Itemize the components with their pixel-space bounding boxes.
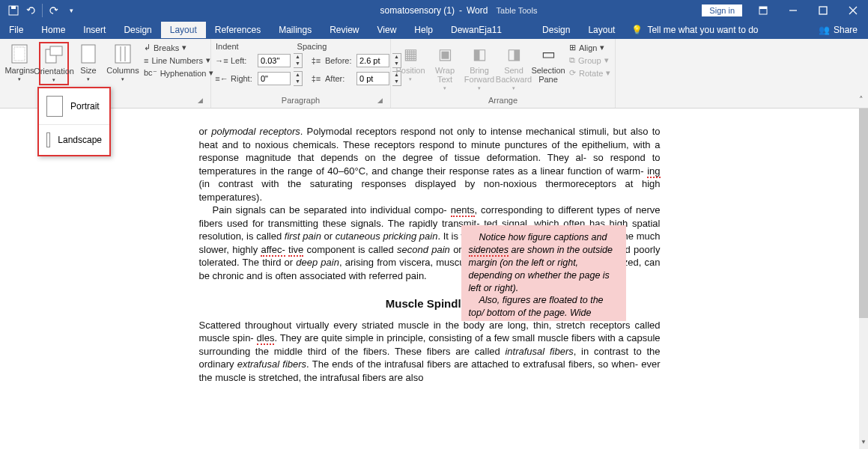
contextual-tab-title: Table Tools — [472, 6, 562, 15]
indent-right-spinner[interactable]: ▲▼ — [294, 71, 303, 86]
spacing-before-icon: ‡≡ — [310, 55, 322, 66]
tab-table-layout[interactable]: Layout — [579, 22, 624, 38]
size-button[interactable]: Size▾ — [73, 42, 103, 84]
spacing-before-label: Before: — [325, 56, 353, 65]
document-area: Table 1 or polymodal receptors. Polymoda… — [0, 109, 859, 449]
orientation-portrait[interactable]: Portrait — [39, 88, 109, 125]
ribbon-display-options-icon[interactable] — [748, 0, 778, 21]
table-tools-label: Table Tools — [472, 6, 562, 15]
tab-review[interactable]: Review — [321, 22, 368, 38]
tab-dewaneja11[interactable]: DewanEja11 — [442, 22, 511, 38]
lightbulb-icon: 💡 — [631, 25, 643, 35]
tab-references[interactable]: References — [206, 22, 270, 38]
collapse-ribbon-icon[interactable]: ˄ — [859, 95, 864, 105]
page[interactable]: Table 1 or polymodal receptors. Polymoda… — [124, 109, 735, 449]
arrange-stack: ⊞Align ▾ ⧉Group ▾ ⟳Rotate ▾ — [568, 42, 612, 79]
group-button[interactable]: ⧉Group ▾ — [568, 55, 612, 66]
indent-right-label: Right: — [231, 74, 255, 83]
ribbon-tabs: File Home Insert Design Layout Reference… — [0, 21, 868, 39]
ribbon: Margins▾ Orientation▾ Size▾ Columns▾ ↲Br… — [0, 39, 868, 109]
spacing-before-input[interactable] — [356, 54, 389, 67]
table-caption[interactable]: Table 1 — [199, 109, 661, 110]
svg-rect-13 — [115, 45, 130, 63]
portrait-icon — [46, 96, 63, 117]
paragraph-muscle-spindles[interactable]: Scattered throughout virtually every str… — [199, 319, 661, 385]
group-icon: ⧉ — [569, 55, 575, 65]
paragraph-polymodal[interactable]: or polymodal receptors. Polymodal recept… — [199, 125, 661, 204]
columns-button[interactable]: Columns▾ — [108, 42, 138, 84]
tell-me-placeholder: Tell me what you want to do — [647, 25, 758, 35]
orientation-icon — [43, 44, 64, 65]
indent-left-input[interactable] — [258, 54, 291, 67]
tab-design[interactable]: Design — [115, 22, 160, 38]
orientation-button[interactable]: Orientation▾ — [39, 42, 69, 85]
tab-layout[interactable]: Layout — [161, 22, 206, 38]
scrollbar-thumb[interactable] — [859, 109, 868, 318]
group-paragraph-label: Paragraph◢ — [216, 96, 386, 106]
hyphenation-button[interactable]: bc⁻Hyphenation ▾ — [142, 67, 215, 79]
landscape-label: Landscape — [58, 135, 102, 145]
indent-right-input[interactable] — [258, 72, 291, 85]
line-numbers-button[interactable]: ≡Line Numbers ▾ — [142, 55, 215, 66]
indent-right-icon: ≡← — [216, 73, 228, 84]
selection-pane-icon: ▭ — [538, 43, 559, 64]
tab-table-design[interactable]: Design — [533, 22, 579, 38]
tab-view[interactable]: View — [368, 22, 406, 38]
line-numbers-icon: ≡ — [144, 56, 148, 65]
position-button[interactable]: ▦Position▾ — [395, 42, 425, 84]
quick-access-toolbar: ▾ — [0, 1, 80, 19]
wrap-text-button[interactable]: ▣Wrap Text▾ — [430, 42, 460, 93]
save-icon[interactable] — [4, 1, 22, 19]
indent-left-spinner[interactable]: ▲▼ — [294, 53, 303, 68]
landscape-icon — [46, 132, 50, 147]
selection-pane-button[interactable]: ▭Selection Pane — [533, 42, 563, 85]
minimize-button[interactable] — [778, 0, 808, 21]
hyphenation-icon: bc⁻ — [144, 68, 157, 78]
align-button[interactable]: ⊞Align ▾ — [568, 42, 612, 53]
document-name: somatosensory (1) — [380, 5, 455, 16]
vertical-scrollbar[interactable]: ▲ ▼ — [859, 109, 868, 449]
sign-in-button[interactable]: Sign in — [702, 4, 742, 16]
svg-rect-1 — [11, 6, 16, 9]
tab-insert[interactable]: Insert — [74, 22, 115, 38]
svg-rect-3 — [759, 7, 767, 9]
spacing-header: Spacing — [297, 42, 327, 51]
undo-icon[interactable] — [22, 1, 40, 19]
redo-icon[interactable] — [44, 1, 62, 19]
page-setup-dialog-launcher[interactable]: ◢ — [195, 96, 204, 105]
sidenote-p2: Also, figures are floated to the top/ bo… — [469, 294, 619, 321]
sidenote-box[interactable]: Notice how figure captions and sidenotes… — [461, 225, 626, 321]
customize-qat-icon[interactable]: ▾ — [62, 1, 80, 19]
indent-left-label: Left: — [231, 56, 255, 65]
spacing-after-input[interactable] — [356, 72, 389, 85]
title-separator: - — [459, 5, 462, 16]
tab-mailings[interactable]: Mailings — [270, 22, 321, 38]
maximize-button[interactable] — [808, 0, 838, 21]
share-button[interactable]: 👥 Share — [808, 25, 868, 35]
columns-icon — [112, 43, 133, 64]
orientation-dropdown: Portrait Landscape — [37, 87, 111, 156]
rotate-button[interactable]: ⟳Rotate ▾ — [568, 67, 612, 79]
tab-home[interactable]: Home — [32, 22, 74, 38]
bring-forward-button[interactable]: ◧Bring Forward▾ — [464, 42, 494, 93]
group-arrange-label: Arrange — [395, 96, 610, 106]
window-controls: Sign in — [702, 0, 868, 21]
orientation-landscape[interactable]: Landscape — [39, 125, 109, 155]
paragraph-dialog-launcher[interactable]: ◢ — [375, 96, 384, 105]
margins-button[interactable]: Margins▾ — [4, 42, 34, 84]
send-backward-button[interactable]: ◨Send Backward▾ — [499, 42, 529, 93]
share-icon: 👥 — [819, 25, 830, 35]
tab-file[interactable]: File — [0, 22, 32, 38]
svg-rect-5 — [819, 7, 827, 14]
scroll-down-icon[interactable]: ▼ — [859, 439, 868, 449]
breaks-button[interactable]: ↲Breaks ▾ — [142, 42, 215, 53]
close-button[interactable] — [838, 0, 868, 21]
group-arrange: ▦Position▾ ▣Wrap Text▾ ◧Bring Forward▾ ◨… — [391, 39, 616, 108]
tell-me-search[interactable]: 💡 Tell me what you want to do — [624, 25, 765, 35]
wrap-text-icon: ▣ — [434, 43, 455, 64]
tab-help[interactable]: Help — [405, 22, 442, 38]
rotate-icon: ⟳ — [569, 68, 576, 78]
qat-separator — [42, 4, 43, 17]
send-backward-icon: ◨ — [503, 43, 524, 64]
size-icon — [78, 43, 99, 64]
